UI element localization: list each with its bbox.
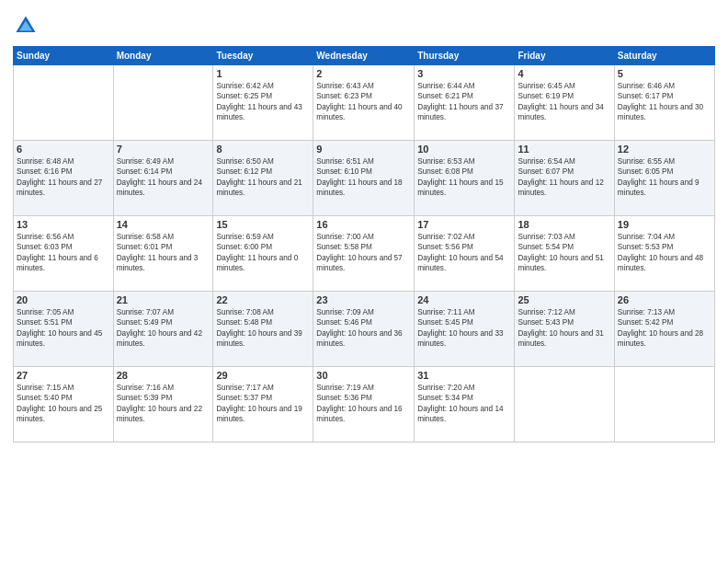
calendar-cell: 29 Sunrise: 7:17 AMSunset: 5:37 PMDaylig… [213,367,313,442]
calendar-cell: 13 Sunrise: 6:56 AMSunset: 6:03 PMDaylig… [14,216,114,292]
day-info: Sunrise: 7:11 AMSunset: 5:45 PMDaylight:… [417,307,511,350]
calendar-cell [515,367,614,442]
day-info: Sunrise: 7:05 AMSunset: 5:51 PMDaylight:… [17,307,110,350]
day-info: Sunrise: 6:54 AMSunset: 6:07 PMDaylight:… [518,156,610,199]
day-number: 12 [618,144,711,155]
day-of-week-header: Thursday [415,47,515,65]
day-number: 24 [417,294,511,305]
calendar-cell: 11 Sunrise: 6:54 AMSunset: 6:07 PMDaylig… [515,141,614,216]
day-number: 31 [417,370,511,381]
calendar-week-row: 13 Sunrise: 6:56 AMSunset: 6:03 PMDaylig… [14,216,715,292]
day-info: Sunrise: 6:45 AMSunset: 6:19 PMDaylight:… [518,81,610,123]
day-info: Sunrise: 6:55 AMSunset: 6:05 PMDaylight:… [618,156,711,199]
day-number: 7 [117,144,210,155]
day-number: 29 [216,370,310,381]
day-number: 28 [117,370,210,381]
day-number: 5 [618,68,711,79]
day-info: Sunrise: 7:03 AMSunset: 5:54 PMDaylight:… [518,232,610,274]
calendar-cell: 22 Sunrise: 7:08 AMSunset: 5:48 PMDaylig… [213,292,313,367]
calendar-cell: 15 Sunrise: 6:59 AMSunset: 6:00 PMDaylig… [213,216,313,292]
calendar-cell: 31 Sunrise: 7:20 AMSunset: 5:34 PMDaylig… [415,367,515,442]
day-number: 19 [618,219,711,230]
day-number: 18 [518,219,610,230]
day-info: Sunrise: 6:43 AMSunset: 6:23 PMDaylight:… [316,81,411,123]
day-of-week-header: Wednesday [313,47,415,65]
calendar-cell: 10 Sunrise: 6:53 AMSunset: 6:08 PMDaylig… [415,141,515,216]
calendar-cell [14,65,114,141]
day-number: 9 [316,144,411,155]
day-info: Sunrise: 7:12 AMSunset: 5:43 PMDaylight:… [518,307,610,350]
calendar-header-row: SundayMondayTuesdayWednesdayThursdayFrid… [14,47,715,65]
calendar-week-row: 20 Sunrise: 7:05 AMSunset: 5:51 PMDaylig… [14,292,715,367]
day-number: 1 [216,68,310,79]
day-info: Sunrise: 7:19 AMSunset: 5:36 PMDaylight:… [316,383,411,425]
calendar-cell: 14 Sunrise: 6:58 AMSunset: 6:01 PMDaylig… [113,216,213,292]
calendar-cell: 18 Sunrise: 7:03 AMSunset: 5:54 PMDaylig… [515,216,614,292]
day-info: Sunrise: 7:16 AMSunset: 5:39 PMDaylight:… [117,383,210,425]
day-number: 27 [17,370,110,381]
day-info: Sunrise: 6:46 AMSunset: 6:17 PMDaylight:… [618,81,711,123]
day-number: 3 [417,68,511,79]
calendar-cell: 2 Sunrise: 6:43 AMSunset: 6:23 PMDayligh… [313,65,415,141]
header [13,9,715,39]
calendar-cell: 19 Sunrise: 7:04 AMSunset: 5:53 PMDaylig… [614,216,714,292]
calendar-cell: 3 Sunrise: 6:44 AMSunset: 6:21 PMDayligh… [415,65,515,141]
page: SundayMondayTuesdayWednesdayThursdayFrid… [0,0,728,563]
calendar-cell: 12 Sunrise: 6:55 AMSunset: 6:05 PMDaylig… [614,141,714,216]
calendar-cell: 17 Sunrise: 7:02 AMSunset: 5:56 PMDaylig… [415,216,515,292]
day-of-week-header: Monday [113,47,213,65]
day-info: Sunrise: 6:49 AMSunset: 6:14 PMDaylight:… [117,156,210,199]
day-number: 16 [316,219,411,230]
calendar-cell [614,367,714,442]
day-number: 14 [117,219,210,230]
calendar-table: SundayMondayTuesdayWednesdayThursdayFrid… [13,46,715,442]
day-info: Sunrise: 6:50 AMSunset: 6:12 PMDaylight:… [216,156,310,199]
day-info: Sunrise: 6:44 AMSunset: 6:21 PMDaylight:… [417,81,511,123]
day-info: Sunrise: 7:17 AMSunset: 5:37 PMDaylight:… [216,383,310,425]
logo-icon [13,13,39,39]
day-of-week-header: Tuesday [213,47,313,65]
day-info: Sunrise: 6:48 AMSunset: 6:16 PMDaylight:… [17,156,110,199]
day-number: 17 [417,219,511,230]
day-number: 22 [216,294,310,305]
day-info: Sunrise: 7:15 AMSunset: 5:40 PMDaylight:… [17,383,110,425]
day-number: 15 [216,219,310,230]
day-number: 21 [117,294,210,305]
day-number: 2 [316,68,411,79]
day-info: Sunrise: 7:08 AMSunset: 5:48 PMDaylight:… [216,307,310,350]
day-number: 6 [17,144,110,155]
day-info: Sunrise: 7:00 AMSunset: 5:58 PMDaylight:… [316,232,411,274]
calendar-week-row: 27 Sunrise: 7:15 AMSunset: 5:40 PMDaylig… [14,367,715,442]
day-number: 26 [618,294,711,305]
calendar-cell: 4 Sunrise: 6:45 AMSunset: 6:19 PMDayligh… [515,65,614,141]
day-number: 10 [417,144,511,155]
calendar-cell: 7 Sunrise: 6:49 AMSunset: 6:14 PMDayligh… [113,141,213,216]
calendar-week-row: 6 Sunrise: 6:48 AMSunset: 6:16 PMDayligh… [14,141,715,216]
calendar-cell: 6 Sunrise: 6:48 AMSunset: 6:16 PMDayligh… [14,141,114,216]
day-info: Sunrise: 6:58 AMSunset: 6:01 PMDaylight:… [117,232,210,274]
day-info: Sunrise: 7:20 AMSunset: 5:34 PMDaylight:… [417,383,511,425]
day-number: 25 [518,294,610,305]
calendar-cell: 5 Sunrise: 6:46 AMSunset: 6:17 PMDayligh… [614,65,714,141]
calendar-cell: 8 Sunrise: 6:50 AMSunset: 6:12 PMDayligh… [213,141,313,216]
day-info: Sunrise: 6:42 AMSunset: 6:25 PMDaylight:… [216,81,310,123]
day-number: 8 [216,144,310,155]
day-info: Sunrise: 6:56 AMSunset: 6:03 PMDaylight:… [17,232,110,274]
day-number: 20 [17,294,110,305]
day-info: Sunrise: 6:53 AMSunset: 6:08 PMDaylight:… [417,156,511,199]
day-info: Sunrise: 7:13 AMSunset: 5:42 PMDaylight:… [618,307,711,350]
day-number: 13 [17,219,110,230]
day-info: Sunrise: 7:09 AMSunset: 5:46 PMDaylight:… [316,307,411,350]
calendar-cell: 24 Sunrise: 7:11 AMSunset: 5:45 PMDaylig… [415,292,515,367]
logo [13,13,42,39]
day-of-week-header: Friday [515,47,614,65]
calendar-cell: 25 Sunrise: 7:12 AMSunset: 5:43 PMDaylig… [515,292,614,367]
day-of-week-header: Saturday [614,47,714,65]
day-of-week-header: Sunday [14,47,114,65]
calendar-cell: 23 Sunrise: 7:09 AMSunset: 5:46 PMDaylig… [313,292,415,367]
calendar-cell: 26 Sunrise: 7:13 AMSunset: 5:42 PMDaylig… [614,292,714,367]
day-info: Sunrise: 7:04 AMSunset: 5:53 PMDaylight:… [618,232,711,274]
day-info: Sunrise: 7:07 AMSunset: 5:49 PMDaylight:… [117,307,210,350]
calendar-cell: 30 Sunrise: 7:19 AMSunset: 5:36 PMDaylig… [313,367,415,442]
day-info: Sunrise: 6:59 AMSunset: 6:00 PMDaylight:… [216,232,310,274]
